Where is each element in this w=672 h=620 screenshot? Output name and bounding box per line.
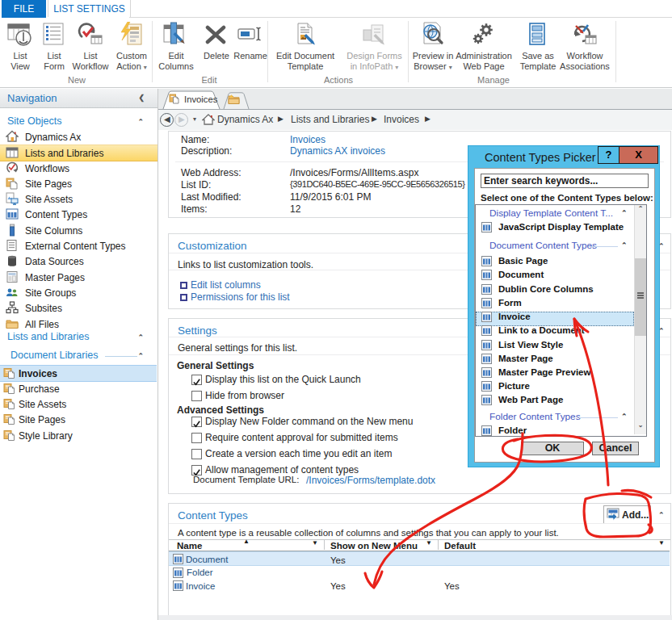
svg-text:Invoices: Invoices <box>184 94 218 104</box>
